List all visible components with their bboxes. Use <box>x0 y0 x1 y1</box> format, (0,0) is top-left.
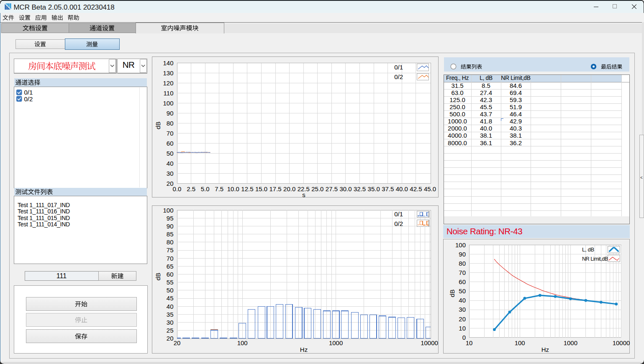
svg-text:42.9: 42.9 <box>510 118 522 125</box>
svg-text:40.0: 40.0 <box>396 185 408 192</box>
svg-text:0/1: 0/1 <box>394 64 403 71</box>
svg-text:10000: 10000 <box>421 339 438 346</box>
svg-text:L, dB: L, dB <box>582 246 594 253</box>
svg-text:100: 100 <box>455 241 466 249</box>
svg-text:Test 1_111_016_IND: Test 1_111_016_IND <box>18 208 70 215</box>
svg-text:59.3: 59.3 <box>510 96 522 103</box>
svg-text:50: 50 <box>459 287 466 295</box>
svg-text:32.5: 32.5 <box>354 185 366 192</box>
svg-text:38.1: 38.1 <box>480 132 492 139</box>
svg-text:20.0: 20.0 <box>283 185 295 192</box>
svg-text:NR Limit,dB: NR Limit,dB <box>582 256 608 262</box>
svg-text:1000.0: 1000.0 <box>448 118 467 125</box>
svg-text:100: 100 <box>163 207 173 214</box>
svg-text:140: 140 <box>163 59 173 67</box>
svg-text:15.0: 15.0 <box>255 185 267 192</box>
svg-text:51.9: 51.9 <box>510 103 522 110</box>
svg-text:80: 80 <box>167 120 174 127</box>
svg-text:20: 20 <box>167 335 174 342</box>
svg-text:10000: 10000 <box>613 339 630 346</box>
svg-text:<: < <box>640 175 643 180</box>
svg-text:1000: 1000 <box>329 339 343 346</box>
svg-text:90: 90 <box>167 223 174 230</box>
svg-text:40: 40 <box>459 297 466 304</box>
svg-text:dB: dB <box>154 122 162 129</box>
svg-text:110: 110 <box>164 90 174 97</box>
svg-text:69.4: 69.4 <box>510 89 522 96</box>
svg-text:0/1: 0/1 <box>394 210 403 218</box>
svg-text:40: 40 <box>167 303 174 310</box>
svg-text:10.0: 10.0 <box>227 185 239 192</box>
svg-text:30: 30 <box>459 306 466 313</box>
svg-text:17.5: 17.5 <box>269 185 281 192</box>
svg-text:50: 50 <box>167 150 174 157</box>
svg-text:70: 70 <box>459 269 466 276</box>
svg-text:0/1: 0/1 <box>24 89 33 96</box>
svg-text:MCR Beta 2.05.0.001 20230418: MCR Beta 2.05.0.001 20230418 <box>14 3 115 11</box>
svg-text:80: 80 <box>459 260 466 267</box>
svg-text:100: 100 <box>163 100 173 107</box>
svg-text:2.5: 2.5 <box>187 185 195 192</box>
svg-text:Test 1_111_014_IND: Test 1_111_014_IND <box>18 221 70 228</box>
svg-text:60: 60 <box>167 140 174 147</box>
svg-text:95: 95 <box>167 215 174 222</box>
svg-text:85: 85 <box>167 231 174 238</box>
svg-text:0.0: 0.0 <box>173 185 182 192</box>
svg-text:100: 100 <box>515 339 525 346</box>
svg-text:90: 90 <box>167 110 174 117</box>
svg-text:70: 70 <box>167 130 174 137</box>
svg-text:5.0: 5.0 <box>201 185 210 192</box>
svg-text:Noise Rating: NR-43: Noise Rating: NR-43 <box>446 226 522 236</box>
svg-text:45.5: 45.5 <box>480 103 492 110</box>
svg-text:500.0: 500.0 <box>449 110 465 118</box>
svg-text:NR Limit,dB: NR Limit,dB <box>501 75 530 81</box>
svg-text:46.4: 46.4 <box>510 110 522 118</box>
svg-text:1000: 1000 <box>564 339 577 346</box>
svg-text:20: 20 <box>459 315 466 323</box>
svg-text:130: 130 <box>163 69 173 77</box>
svg-text:30: 30 <box>167 170 174 177</box>
svg-text:4000.0: 4000.0 <box>448 132 467 139</box>
svg-text:37.5: 37.5 <box>382 185 394 192</box>
svg-text:42.5: 42.5 <box>410 185 422 192</box>
svg-text:0/2: 0/2 <box>394 220 403 227</box>
svg-text:12.5: 12.5 <box>241 185 253 192</box>
svg-text:38.1: 38.1 <box>510 132 522 139</box>
svg-text:25.0: 25.0 <box>311 185 323 192</box>
svg-text:50: 50 <box>167 287 174 294</box>
svg-text:Hz: Hz <box>300 346 308 353</box>
svg-text:Hz: Hz <box>541 346 549 353</box>
svg-text:10: 10 <box>459 325 466 332</box>
svg-text:30: 30 <box>167 319 174 326</box>
svg-text:31.5: 31.5 <box>451 82 463 89</box>
svg-text:Test 1_111_015_IND: Test 1_111_015_IND <box>18 215 70 221</box>
svg-text:40.3: 40.3 <box>510 125 522 132</box>
svg-text:40: 40 <box>167 160 174 167</box>
svg-text:20: 20 <box>174 339 181 346</box>
svg-text:65: 65 <box>167 263 174 270</box>
svg-text:7.5: 7.5 <box>215 185 223 192</box>
svg-text:45.0: 45.0 <box>424 185 436 192</box>
svg-text:100: 100 <box>237 339 248 346</box>
svg-text:250.0: 250.0 <box>449 103 465 110</box>
svg-text:Freq., Hz: Freq., Hz <box>446 75 469 81</box>
svg-text:63.0: 63.0 <box>451 89 463 96</box>
svg-text:0/2: 0/2 <box>24 95 33 103</box>
svg-text:90: 90 <box>459 251 466 258</box>
svg-text:L, dB: L, dB <box>480 75 493 81</box>
svg-text:Test 1_111_017_IND: Test 1_111_017_IND <box>18 202 70 208</box>
svg-text:80: 80 <box>167 238 174 246</box>
svg-text:125.0: 125.0 <box>449 96 465 103</box>
svg-text:dB: dB <box>154 273 162 280</box>
svg-text:25: 25 <box>167 327 174 334</box>
svg-text:41.8: 41.8 <box>480 118 492 125</box>
svg-text:36.2: 36.2 <box>510 139 522 146</box>
svg-text:35.0: 35.0 <box>368 185 380 192</box>
svg-text:120: 120 <box>163 79 173 87</box>
svg-text:42.3: 42.3 <box>480 96 492 103</box>
svg-text:75: 75 <box>167 246 174 254</box>
svg-text:8.5: 8.5 <box>482 82 490 89</box>
svg-text:27.5: 27.5 <box>326 185 338 192</box>
svg-text:45: 45 <box>167 295 174 302</box>
svg-text:8000.0: 8000.0 <box>448 139 467 146</box>
